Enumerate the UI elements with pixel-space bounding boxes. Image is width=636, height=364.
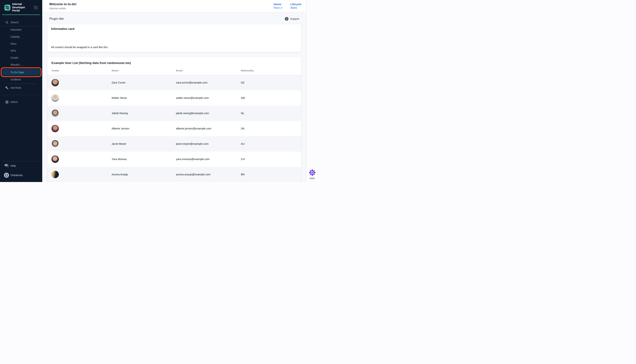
table-header-row: Avatar Name Email Nationality	[48, 66, 301, 75]
cell-nationality: NZ	[241, 75, 301, 90]
col-header-avatar: Avatar	[48, 66, 112, 75]
col-header-email: Email	[176, 66, 241, 75]
information-card-title: Information card	[51, 27, 297, 30]
sidebar-item-devtools[interactable]: DevTools	[0, 84, 42, 91]
table-row: Jakob Rasing jakob.rasing@example.com NL	[48, 106, 301, 121]
page-title: Welcome to to-do!	[49, 2, 76, 6]
sidebar-item-incidents[interactable]: Incidents	[0, 76, 42, 83]
sidebar-item-docs[interactable]: Docs	[0, 40, 42, 47]
content-area: Plugin title ? Support Information card …	[42, 12, 306, 182]
owner-value-link[interactable]: Team X	[274, 6, 282, 9]
cell-nationality: BR	[241, 167, 301, 182]
cell-email: jakob.rasing@example.com	[176, 106, 241, 121]
cell-email: walter.stone@example.com	[176, 90, 241, 106]
cell-name: Zara Turner	[112, 75, 176, 90]
sidebar-item-admin[interactable]: Admin	[0, 98, 42, 106]
cell-name: Yara Moreau	[112, 152, 176, 167]
col-header-name: Name	[112, 66, 176, 75]
user-table: Avatar Name Email Nationality Zara Turne…	[48, 66, 301, 182]
sidebar-item-help[interactable]: ? Help	[0, 161, 42, 170]
page-subtitle: Optional subtitle	[49, 7, 76, 10]
app-title: Internal Developer Portal	[12, 2, 32, 12]
help-bubble-icon: ?	[4, 164, 8, 168]
question-mark-icon: ?	[285, 17, 288, 21]
apps-grid-icon[interactable]	[34, 6, 38, 9]
information-card-body: All content should be wrapped in a card …	[51, 46, 297, 49]
cell-nationality: DK	[241, 121, 301, 136]
avatar	[52, 140, 59, 148]
user-list-card: Example User List (fetching data from ra…	[48, 57, 301, 182]
cell-nationality: NL	[241, 106, 301, 121]
sidebar: Internal Developer Portal Search Overvie…	[0, 0, 42, 182]
information-card: Information card All content should be w…	[48, 24, 301, 52]
wrench-icon	[5, 86, 9, 90]
support-button[interactable]: ? Support	[285, 17, 299, 21]
aida-flower-icon	[309, 169, 316, 176]
table-row: Yara Moreau yara.moreau@example.com CH	[48, 152, 301, 167]
cell-email: aurora.araujo@example.com	[176, 167, 241, 182]
lifecycle-meta: Lifecycle Alpha	[290, 3, 302, 9]
cell-name: Alberte Jensen	[112, 121, 176, 136]
sidebar-item-search[interactable]: Search	[0, 18, 42, 26]
app-logo-icon	[4, 4, 10, 10]
avatar	[52, 125, 59, 132]
sidebar-item-should-i[interactable]: Should I ...	[0, 61, 42, 68]
sidebar-item-catalog[interactable]: Catalog	[0, 33, 42, 40]
cell-nationality: AU	[241, 136, 301, 152]
sidebar-item-label: Search	[10, 21, 19, 24]
cell-nationality: GB	[241, 90, 301, 106]
sidebar-footer: ? Help D Debabrata	[0, 161, 42, 182]
header-meta: Owner Team X Lifecycle Alpha	[274, 3, 302, 9]
avatar	[52, 171, 59, 178]
divider	[7, 84, 37, 84]
cell-name: Jakob Rasing	[112, 106, 176, 121]
table-row: Walter Stone walter.stone@example.com GB	[48, 90, 301, 106]
sidebar-user[interactable]: D Debabrata	[0, 170, 42, 180]
table-row: Zara Turner zara.turner@example.com NZ	[48, 75, 301, 90]
avatar	[52, 156, 59, 163]
sidebar-item-to-do-page[interactable]: To Do Page	[2, 69, 40, 76]
lifecycle-label: Lifecycle	[290, 3, 302, 6]
avatar	[52, 110, 59, 117]
sidebar-item-apis[interactable]: APIs	[0, 47, 42, 54]
sidebar-item-overview[interactable]: Overview	[0, 26, 42, 33]
cell-name: Janet Meyer	[112, 136, 176, 152]
page-header: Welcome to to-do! Optional subtitle Owne…	[42, 0, 306, 12]
cell-email: zara.turner@example.com	[176, 75, 241, 90]
avatar	[52, 94, 59, 102]
aida-watermark: AIDA	[309, 169, 316, 180]
table-row: Janet Meyer janet.meyer@example.com AU	[48, 136, 301, 152]
cell-name: Aurora Araújo	[112, 167, 176, 182]
brand: Internal Developer Portal	[2, 0, 40, 15]
content-header: Plugin title ? Support	[49, 17, 299, 21]
col-header-nationality: Nationality	[241, 66, 301, 75]
aida-label: AIDA	[309, 177, 316, 180]
cell-nationality: CH	[241, 152, 301, 167]
user-avatar: D	[4, 173, 9, 178]
table-row: Alberte Jensen alberte.jensen@example.co…	[48, 121, 301, 136]
divider	[2, 95, 40, 95]
gear-icon	[5, 100, 9, 104]
support-label: Support	[290, 17, 299, 20]
main-area: Welcome to to-do! Optional subtitle Owne…	[42, 0, 306, 182]
user-name: Debabrata	[10, 174, 22, 177]
user-list-title: Example User List (fetching data from ra…	[48, 61, 301, 65]
search-icon	[5, 20, 9, 24]
sidebar-item-create[interactable]: Create	[0, 54, 42, 61]
plugin-title: Plugin title	[49, 17, 64, 21]
svg-text:?: ?	[6, 164, 7, 166]
table-row: Aurora Araújo aurora.araujo@example.com …	[48, 167, 301, 182]
cell-email: yara.moreau@example.com	[176, 152, 241, 167]
owner-meta: Owner Team X	[274, 3, 282, 9]
owner-label: Owner	[274, 3, 282, 6]
cell-name: Walter Stone	[112, 90, 176, 106]
cell-email: janet.meyer@example.com	[176, 136, 241, 152]
sidebar-nav: Search Overview Catalog Docs APIs Create…	[0, 15, 42, 106]
cell-email: alberte.jensen@example.com	[176, 121, 241, 136]
lifecycle-value: Alpha	[290, 6, 302, 9]
avatar	[52, 79, 59, 86]
viewport-margin: AIDA	[306, 0, 318, 182]
